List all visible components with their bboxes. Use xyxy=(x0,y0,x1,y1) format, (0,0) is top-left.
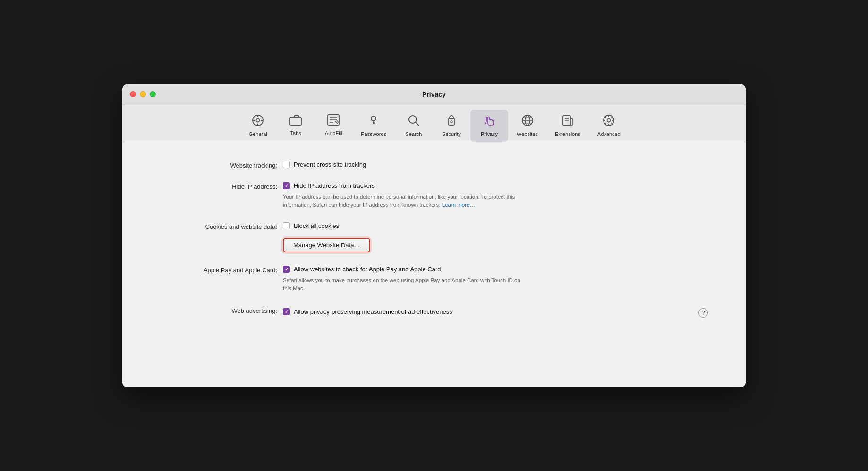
web-advertising-row: Web advertising: Allow privacy-preservin… xyxy=(160,306,708,318)
website-tracking-checkbox[interactable] xyxy=(283,161,290,168)
website-tracking-control: Prevent cross-site tracking xyxy=(283,161,366,168)
apple-pay-checkbox[interactable] xyxy=(283,266,290,273)
tab-extensions[interactable]: Extensions xyxy=(546,110,589,142)
apple-pay-description: Safari allows you to make purchases on t… xyxy=(283,277,528,293)
tab-privacy[interactable]: Privacy xyxy=(470,110,508,142)
tab-advanced-label: Advanced xyxy=(597,131,621,137)
svg-line-18 xyxy=(416,122,419,126)
cookies-checkbox-label: Block all cookies xyxy=(294,222,339,229)
help-button[interactable]: ? xyxy=(698,308,708,318)
advanced-icon xyxy=(602,114,615,129)
web-advertising-control: Allow privacy-preserving measurement of … xyxy=(283,306,708,318)
tab-tabs-label: Tabs xyxy=(290,130,301,136)
svg-point-1 xyxy=(256,118,260,122)
tab-tabs[interactable]: Tabs xyxy=(277,110,315,141)
apple-pay-label: Apple Pay and Apple Card: xyxy=(160,266,283,274)
cookies-row: Cookies and website data: Block all cook… xyxy=(160,222,708,252)
tab-passwords-label: Passwords xyxy=(361,131,386,137)
hide-ip-checkbox[interactable] xyxy=(283,182,290,189)
content-area: Website tracking: Prevent cross-site tra… xyxy=(122,142,746,387)
tabs-icon xyxy=(289,114,302,128)
hide-ip-checkbox-row: Hide IP address from trackers xyxy=(283,182,528,189)
minimize-button[interactable] xyxy=(140,91,146,97)
maximize-button[interactable] xyxy=(150,91,156,97)
svg-line-40 xyxy=(612,123,613,124)
tab-advanced[interactable]: Advanced xyxy=(589,110,629,142)
close-button[interactable] xyxy=(130,91,136,97)
tab-search[interactable]: Search xyxy=(395,110,433,142)
security-icon xyxy=(446,114,457,129)
tab-autofill-label: AutoFill xyxy=(325,130,342,136)
learn-more-link[interactable]: Learn more… xyxy=(442,202,475,208)
general-icon xyxy=(251,114,264,129)
tab-extensions-label: Extensions xyxy=(555,131,580,137)
svg-point-13 xyxy=(371,116,376,121)
cookies-checkbox-row: Block all cookies xyxy=(283,222,370,229)
svg-point-34 xyxy=(607,118,611,122)
apple-pay-checkbox-label: Allow websites to check for Apple Pay an… xyxy=(294,266,441,273)
websites-icon xyxy=(521,114,534,129)
tab-websites-label: Websites xyxy=(517,131,538,137)
svg-rect-19 xyxy=(449,118,454,125)
apple-pay-row: Apple Pay and Apple Card: Allow websites… xyxy=(160,266,708,293)
hide-ip-label: Hide IP address: xyxy=(160,182,283,190)
cookies-label: Cookies and website data: xyxy=(160,222,283,230)
svg-line-39 xyxy=(605,116,606,118)
window-title: Privacy xyxy=(422,91,446,98)
web-advertising-label: Web advertising: xyxy=(160,306,283,314)
website-tracking-checkbox-row: Prevent cross-site tracking xyxy=(283,161,366,168)
tab-privacy-label: Privacy xyxy=(481,131,498,137)
web-advertising-checkbox-label: Allow privacy-preserving measurement of … xyxy=(294,308,452,315)
hide-ip-control: Hide IP address from trackers Your IP ad… xyxy=(283,182,528,210)
website-tracking-row: Website tracking: Prevent cross-site tra… xyxy=(160,161,708,169)
tab-websites[interactable]: Websites xyxy=(508,110,546,142)
svg-rect-6 xyxy=(290,118,301,125)
tab-security-label: Security xyxy=(442,131,461,137)
privacy-icon xyxy=(483,114,495,129)
web-advertising-checkbox[interactable] xyxy=(283,308,290,315)
hide-ip-row: Hide IP address: Hide IP address from tr… xyxy=(160,182,708,210)
hide-ip-description: Your IP address can be used to determine… xyxy=(283,193,528,210)
website-tracking-label: Website tracking: xyxy=(160,161,283,169)
tab-security[interactable]: Security xyxy=(433,110,470,142)
tab-general-label: General xyxy=(249,131,267,137)
apple-pay-checkbox-row: Allow websites to check for Apple Pay an… xyxy=(283,266,528,273)
tab-search-label: Search xyxy=(406,131,422,137)
tab-general[interactable]: General xyxy=(239,110,277,142)
extensions-icon xyxy=(561,114,574,129)
svg-line-42 xyxy=(605,123,606,124)
web-advertising-checkbox-row: Allow privacy-preserving measurement of … xyxy=(283,308,452,315)
tab-passwords[interactable]: Passwords xyxy=(352,110,395,142)
autofill-icon xyxy=(327,114,340,128)
tab-autofill[interactable]: AutoFill xyxy=(315,110,352,141)
manage-website-data-button[interactable]: Manage Website Data… xyxy=(283,238,370,252)
toolbar: General Tabs xyxy=(122,105,746,142)
apple-pay-control: Allow websites to check for Apple Pay an… xyxy=(283,266,528,293)
main-window: Privacy General xyxy=(122,84,746,387)
website-tracking-checkbox-label: Prevent cross-site tracking xyxy=(294,161,366,168)
passwords-icon xyxy=(368,114,379,129)
cookies-checkbox[interactable] xyxy=(283,222,290,229)
hide-ip-checkbox-label: Hide IP address from trackers xyxy=(294,182,375,189)
svg-line-41 xyxy=(612,116,613,118)
svg-point-20 xyxy=(451,121,452,123)
cookies-control: Block all cookies Manage Website Data… xyxy=(283,222,370,252)
search-icon xyxy=(407,114,420,129)
traffic-lights xyxy=(130,91,156,97)
titlebar: Privacy xyxy=(122,84,746,105)
